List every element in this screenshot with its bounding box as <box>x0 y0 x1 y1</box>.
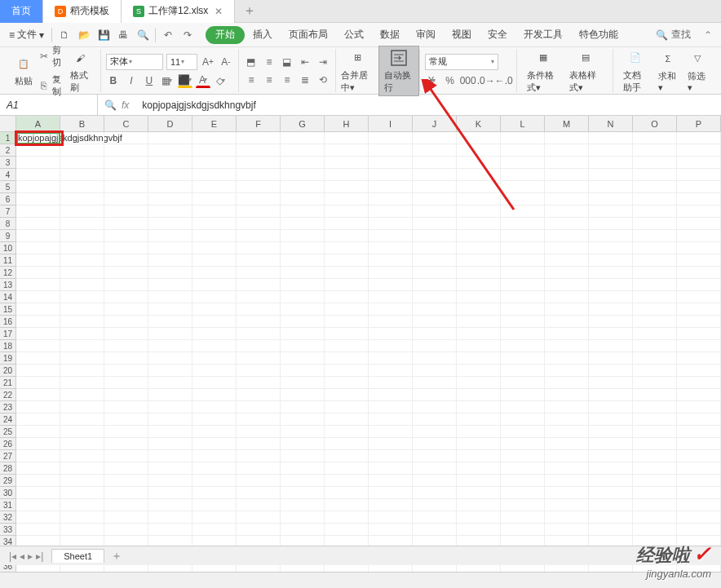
cell[interactable] <box>16 487 60 499</box>
cell[interactable] <box>369 206 413 218</box>
cell[interactable] <box>413 426 457 438</box>
cell[interactable] <box>589 303 633 316</box>
cell[interactable] <box>457 316 501 328</box>
cell[interactable] <box>413 450 457 462</box>
cell[interactable] <box>633 303 677 316</box>
cell[interactable] <box>457 487 501 499</box>
cell[interactable] <box>633 401 677 413</box>
cell[interactable] <box>413 254 457 267</box>
cell[interactable] <box>501 206 545 218</box>
cell[interactable] <box>60 303 104 316</box>
cell[interactable] <box>60 352 104 365</box>
cell[interactable] <box>16 169 60 181</box>
cell[interactable] <box>501 144 545 157</box>
cell[interactable] <box>60 524 104 536</box>
col-header-O[interactable]: O <box>633 116 677 131</box>
ribbon-tab-data[interactable]: 数据 <box>372 23 408 47</box>
cell[interactable] <box>545 340 589 352</box>
cell[interactable] <box>545 279 589 291</box>
cell[interactable] <box>545 499 589 511</box>
cell[interactable] <box>148 389 192 401</box>
cell[interactable] <box>413 303 457 316</box>
cell[interactable] <box>148 499 192 511</box>
cell[interactable] <box>501 291 545 303</box>
cell[interactable] <box>677 230 721 242</box>
cell[interactable] <box>633 511 677 524</box>
cell[interactable] <box>281 499 325 511</box>
cell[interactable] <box>237 352 281 365</box>
italic-button[interactable]: I <box>124 73 139 88</box>
row-header[interactable]: 17 <box>0 328 15 340</box>
cell[interactable] <box>369 487 413 499</box>
cell[interactable] <box>677 157 721 169</box>
col-header-D[interactable]: D <box>148 116 192 131</box>
cell[interactable] <box>589 438 633 450</box>
cell[interactable] <box>677 169 721 181</box>
cell[interactable] <box>457 377 501 389</box>
cell[interactable] <box>545 132 589 144</box>
cell[interactable] <box>633 413 677 426</box>
row-header[interactable]: 12 <box>0 267 15 279</box>
cell[interactable] <box>60 181 104 193</box>
cell[interactable] <box>589 389 633 401</box>
cell[interactable] <box>457 193 501 206</box>
cell[interactable] <box>325 450 369 462</box>
cell[interactable] <box>281 389 325 401</box>
cell[interactable] <box>192 450 237 462</box>
cell[interactable] <box>457 462 501 475</box>
cell[interactable] <box>501 181 545 193</box>
save-icon[interactable]: 💾 <box>95 27 112 43</box>
cell[interactable] <box>589 144 633 157</box>
cell[interactable] <box>369 475 413 487</box>
col-header-G[interactable]: G <box>281 116 325 131</box>
cell[interactable] <box>589 340 633 352</box>
cell[interactable] <box>457 169 501 181</box>
cell[interactable] <box>237 181 281 193</box>
cell[interactable] <box>545 242 589 254</box>
cell[interactable] <box>192 524 237 536</box>
cell[interactable] <box>237 267 281 279</box>
cell[interactable] <box>16 254 60 267</box>
cell[interactable] <box>589 401 633 413</box>
cell[interactable] <box>677 365 721 377</box>
cell[interactable] <box>281 377 325 389</box>
cell[interactable] <box>60 267 104 279</box>
cell[interactable] <box>677 267 721 279</box>
cell[interactable] <box>192 316 237 328</box>
cell[interactable] <box>104 328 148 340</box>
cell[interactable] <box>16 303 60 316</box>
cell[interactable] <box>589 230 633 242</box>
comma-icon[interactable]: 000 <box>461 73 476 88</box>
ribbon-tab-review[interactable]: 审阅 <box>408 23 444 47</box>
align-left-icon[interactable]: ≡ <box>244 73 259 87</box>
cell[interactable] <box>501 316 545 328</box>
cell[interactable] <box>545 169 589 181</box>
sheet-next-icon[interactable]: ▸ <box>28 550 33 562</box>
cell[interactable] <box>413 316 457 328</box>
cell[interactable] <box>589 291 633 303</box>
cell[interactable] <box>501 303 545 316</box>
cell[interactable] <box>457 206 501 218</box>
cell[interactable] <box>16 230 60 242</box>
cell[interactable] <box>148 303 192 316</box>
cell[interactable] <box>325 144 369 157</box>
cell[interactable] <box>413 524 457 536</box>
cell[interactable] <box>501 340 545 352</box>
cell[interactable] <box>281 401 325 413</box>
cell[interactable] <box>60 279 104 291</box>
cut-icon[interactable]: ✂ <box>38 49 49 64</box>
cell[interactable] <box>104 524 148 536</box>
cell[interactable] <box>237 438 281 450</box>
cell[interactable] <box>60 254 104 267</box>
cell[interactable] <box>325 487 369 499</box>
cell[interactable] <box>545 365 589 377</box>
cell[interactable] <box>148 365 192 377</box>
ribbon-tab-view[interactable]: 视图 <box>444 23 480 47</box>
cell[interactable] <box>192 267 237 279</box>
cell[interactable] <box>633 450 677 462</box>
cell[interactable] <box>545 401 589 413</box>
cell[interactable] <box>325 181 369 193</box>
cell[interactable] <box>325 193 369 206</box>
cell[interactable] <box>60 365 104 377</box>
cell[interactable] <box>457 218 501 230</box>
